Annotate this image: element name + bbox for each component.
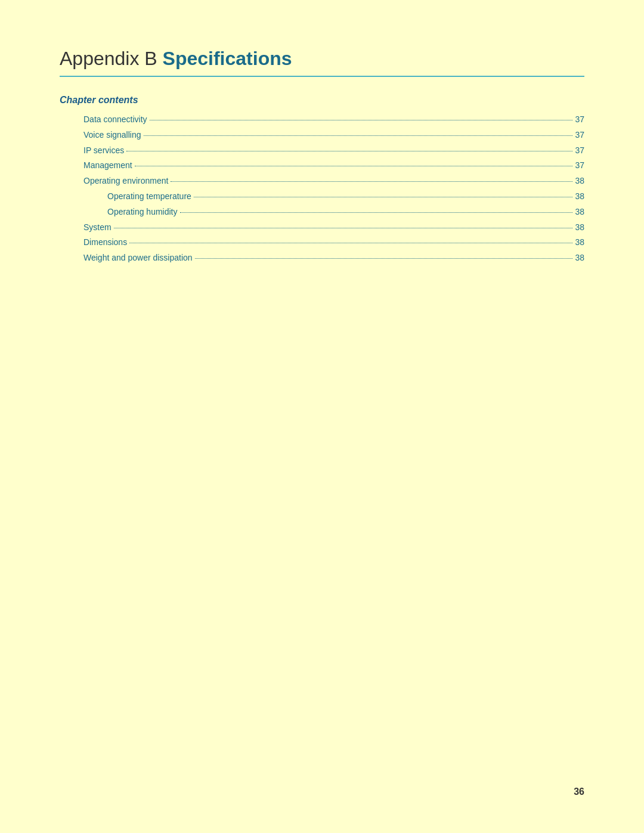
- toc-page: 38: [575, 221, 584, 235]
- toc-dots: [129, 243, 572, 243]
- toc-link[interactable]: Dimensions: [83, 236, 127, 250]
- toc-link[interactable]: Weight and power dissipation: [83, 251, 193, 265]
- toc-dots: [150, 120, 573, 120]
- toc-link[interactable]: Management: [83, 159, 132, 173]
- toc-link[interactable]: IP services: [83, 144, 124, 158]
- toc-page: 38: [575, 174, 584, 188]
- toc-page: 38: [575, 190, 584, 204]
- toc-page: 38: [575, 205, 584, 219]
- toc-item[interactable]: IP services37: [60, 144, 584, 158]
- toc-dots: [180, 212, 573, 213]
- toc-link[interactable]: Operating humidity: [107, 205, 178, 219]
- toc-item[interactable]: Voice signalling37: [60, 128, 584, 143]
- toc-page: 37: [575, 159, 584, 173]
- appendix-header: Appendix B Specifications: [60, 48, 584, 77]
- chapter-contents-label: Chapter contents: [60, 95, 584, 106]
- toc-link[interactable]: Operating environment: [83, 174, 168, 188]
- page-number: 36: [574, 786, 584, 797]
- toc-list: Data connectivity37Voice signalling37IP …: [60, 113, 584, 265]
- toc-link[interactable]: Voice signalling: [83, 128, 141, 143]
- toc-item[interactable]: Operating humidity38: [60, 205, 584, 219]
- toc-link[interactable]: Data connectivity: [83, 113, 147, 127]
- toc-page: 37: [575, 128, 584, 143]
- toc-dots: [144, 135, 573, 136]
- toc-dots: [135, 166, 573, 166]
- appendix-title: Appendix B Specifications: [60, 48, 584, 70]
- toc-dots: [195, 258, 573, 259]
- toc-dots: [194, 197, 573, 197]
- toc-page: 38: [575, 251, 584, 265]
- toc-page: 37: [575, 113, 584, 127]
- toc-dots: [114, 228, 573, 228]
- toc-dots: [126, 151, 572, 151]
- toc-item[interactable]: Data connectivity37: [60, 113, 584, 127]
- toc-item[interactable]: Dimensions38: [60, 236, 584, 250]
- toc-item[interactable]: Operating temperature38: [60, 190, 584, 204]
- toc-page: 38: [575, 236, 584, 250]
- toc-item[interactable]: Operating environment38: [60, 174, 584, 188]
- toc-item[interactable]: System38: [60, 221, 584, 235]
- toc-link[interactable]: Operating temperature: [107, 190, 191, 204]
- toc-item[interactable]: Management37: [60, 159, 584, 173]
- toc-page: 37: [575, 144, 584, 158]
- appendix-title-bold: Specifications: [163, 48, 292, 69]
- toc-link[interactable]: System: [83, 221, 112, 235]
- toc-dots: [171, 181, 572, 182]
- toc-item[interactable]: Weight and power dissipation38: [60, 251, 584, 265]
- page: Appendix B Specifications Chapter conten…: [0, 0, 644, 833]
- appendix-prefix: Appendix B: [60, 48, 163, 69]
